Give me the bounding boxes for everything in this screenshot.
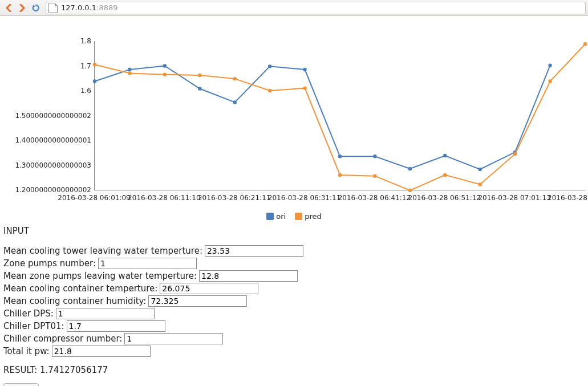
field-label: Mean zone pumps leaving water temperture… <box>3 271 197 281</box>
svg-point-7 <box>338 155 342 158</box>
x-tick: 2016-03-28 06:11:10 <box>128 194 200 202</box>
field-label: Mean cooling container temperture: <box>3 283 157 294</box>
field-label: Chiller compressor number: <box>3 334 122 344</box>
y-tick: 1.2000000000000002 <box>3 186 91 194</box>
x-tick: 2016-03-28 07:01:13 <box>478 194 550 202</box>
svg-point-15 <box>128 71 131 75</box>
field-input-6[interactable] <box>67 320 165 332</box>
field-input-7[interactable] <box>124 333 223 344</box>
field-input-1[interactable] <box>98 258 197 269</box>
svg-point-10 <box>443 154 447 157</box>
svg-point-23 <box>408 189 412 192</box>
url-port: :8889 <box>96 3 117 12</box>
legend-pred: pred <box>305 212 322 221</box>
legend-ori: ori <box>276 212 286 221</box>
result-text: RESULT: 1.74127056177 <box>3 365 585 375</box>
svg-point-24 <box>443 173 447 177</box>
svg-point-2 <box>163 64 167 67</box>
svg-point-17 <box>198 74 201 77</box>
chart: 1.81.71.61.50000000000000021.40000000000… <box>3 18 585 195</box>
x-tick: 2016-03-28 06:21:11 <box>198 194 270 202</box>
svg-point-14 <box>93 63 96 66</box>
submit-button[interactable]: Submit <box>3 383 39 386</box>
field-label: Mean cooling tower leaving water tempert… <box>3 246 202 256</box>
svg-point-5 <box>268 64 271 68</box>
field-input-5[interactable] <box>56 308 155 319</box>
svg-point-20 <box>303 86 306 90</box>
svg-point-19 <box>268 89 271 92</box>
svg-point-18 <box>233 77 237 80</box>
x-tick: 2016-03-28 06:51:12 <box>408 194 481 202</box>
x-tick: 2016-03-28 06:01:09 <box>58 194 130 202</box>
input-form: INPUT Mean cooling tower leaving water t… <box>3 226 585 386</box>
field-label: Zone pumps number: <box>3 258 96 269</box>
field-input-4[interactable] <box>148 295 247 307</box>
x-tick: 2016-03-28 06:41:12 <box>338 194 411 202</box>
svg-point-9 <box>408 167 412 170</box>
y-tick: 1.7 <box>3 62 91 70</box>
plot-area <box>94 41 585 190</box>
field-input-8[interactable] <box>52 346 151 357</box>
svg-point-1 <box>128 68 131 71</box>
svg-point-26 <box>513 152 517 156</box>
svg-point-28 <box>583 42 587 46</box>
field-label: Total it pw: <box>3 346 50 356</box>
y-tick: 1.6 <box>3 87 91 95</box>
reload-button[interactable] <box>30 2 42 14</box>
svg-point-0 <box>93 79 96 83</box>
field-input-3[interactable] <box>160 283 258 294</box>
y-tick: 1.3000000000000003 <box>3 161 91 169</box>
forward-button[interactable] <box>16 2 29 14</box>
svg-point-3 <box>198 87 201 90</box>
svg-point-27 <box>548 79 551 83</box>
svg-point-25 <box>478 182 482 186</box>
url-bar[interactable]: 127.0.0.1:8889 <box>46 2 586 14</box>
svg-point-6 <box>303 68 306 71</box>
y-tick: 1.8 <box>3 37 91 45</box>
svg-point-22 <box>373 174 376 177</box>
back-button[interactable] <box>2 2 15 14</box>
svg-point-13 <box>548 63 551 67</box>
legend: ori pred <box>3 212 585 222</box>
page-icon <box>48 3 58 13</box>
url-host: 127.0.0.1 <box>61 3 96 12</box>
x-tick: 2016-03-28 0 <box>548 194 588 202</box>
svg-point-21 <box>338 173 342 177</box>
field-input-0[interactable] <box>205 245 303 257</box>
y-tick: 1.5000000000000002 <box>3 112 91 120</box>
field-label: Chiller DPS: <box>3 308 54 319</box>
svg-point-16 <box>163 73 167 76</box>
field-label: Chiller DPT01: <box>3 321 64 331</box>
svg-point-11 <box>478 168 482 171</box>
svg-point-4 <box>233 100 237 104</box>
browser-toolbar: 127.0.0.1:8889 <box>0 0 588 16</box>
field-label: Mean cooling container humidity: <box>3 296 146 306</box>
svg-point-8 <box>373 155 376 158</box>
y-tick: 1.4000000000000001 <box>3 136 91 144</box>
form-header: INPUT <box>3 226 585 236</box>
x-tick: 2016-03-28 06:31:11 <box>268 194 340 202</box>
field-input-2[interactable] <box>199 270 298 282</box>
